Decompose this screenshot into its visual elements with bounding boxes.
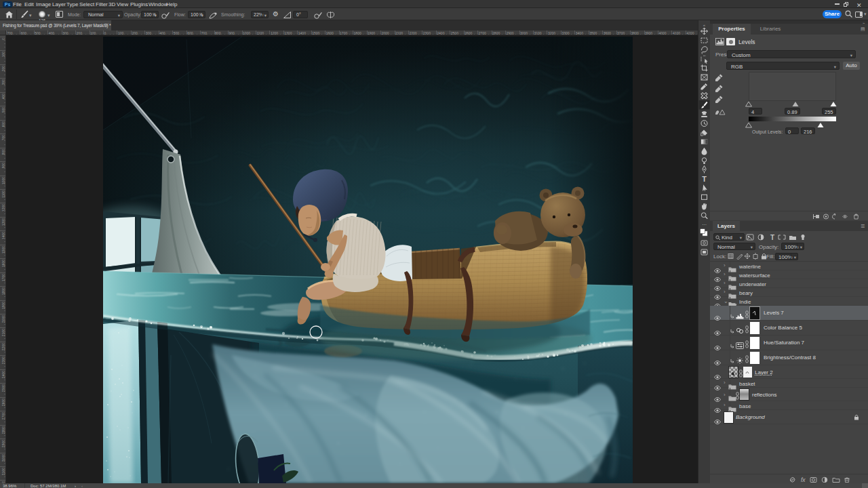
svg-text:T: T — [702, 175, 707, 183]
svg-text:fx: fx — [801, 476, 806, 483]
svg-text:⋯: ⋯ — [702, 222, 707, 227]
svg-text:T: T — [770, 234, 774, 241]
svg-text:«: « — [703, 23, 706, 27]
